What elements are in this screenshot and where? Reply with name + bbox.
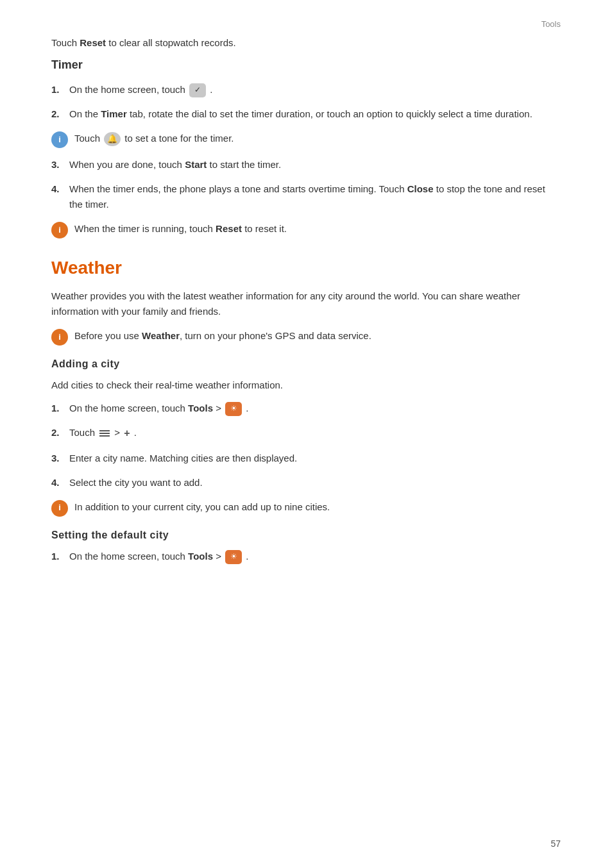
step-content-3: When you are done, touch Start to start …	[69, 157, 561, 172]
adding-city-step-content-4: Select the city you want to add.	[69, 475, 561, 490]
weather-app-icon-2: ☀	[225, 550, 242, 564]
timer-heading: Timer	[51, 58, 561, 72]
adding-city-step-content-2: Touch > + .	[69, 425, 561, 442]
menu-list-icon	[99, 429, 110, 438]
weather-heading: Weather	[51, 258, 561, 278]
adding-city-step-content-3: Enter a city name. Matching cities are t…	[69, 451, 561, 466]
adding-city-section: Adding a city Add cities to check their …	[51, 358, 561, 517]
adding-city-step-content-1: On the home screen, touch Tools > ☀ .	[69, 401, 561, 416]
timer-note-text-1: Touch 🔔 to set a tone for the timer.	[74, 131, 561, 146]
timer-note-text-2: When the timer is running, touch Reset t…	[74, 221, 561, 237]
timer-section: Timer 1. On the home screen, touch ✓ . 2…	[51, 58, 561, 238]
step-content-1: On the home screen, touch ✓ .	[69, 82, 561, 97]
info-icon-orange-2: i	[51, 329, 68, 346]
section-label: Tools	[541, 19, 561, 29]
adding-city-step-num-4: 4.	[51, 475, 69, 490]
adding-city-note: i In addition to your current city, you …	[51, 499, 561, 517]
setting-default-step-num-1: 1.	[51, 549, 69, 564]
weather-description: Weather provides you with the latest wea…	[51, 288, 561, 319]
adding-city-step-1: 1. On the home screen, touch Tools > ☀ .	[51, 401, 561, 416]
step-num-1: 1.	[51, 82, 69, 97]
step-num-4: 4.	[51, 181, 69, 197]
setting-default-step-content-1: On the home screen, touch Tools > ☀ .	[69, 549, 561, 564]
weather-section: Weather Weather provides you with the la…	[51, 258, 561, 564]
setting-default-section: Setting the default city 1. On the home …	[51, 530, 561, 564]
timer-step-4: 4. When the timer ends, the phone plays …	[51, 181, 561, 212]
timer-note-1: i Touch 🔔 to set a tone for the timer.	[51, 131, 561, 148]
setting-default-step-1: 1. On the home screen, touch Tools > ☀ .	[51, 549, 561, 564]
bell-icon: 🔔	[104, 132, 121, 146]
adding-city-note-text: In addition to your current city, you ca…	[74, 499, 561, 515]
timer-note-2: i When the timer is running, touch Reset…	[51, 221, 561, 238]
page-header: Tools	[51, 19, 561, 29]
adding-city-step-num-3: 3.	[51, 451, 69, 466]
step-num-2: 2.	[51, 106, 69, 122]
info-icon-blue-1: i	[51, 131, 68, 148]
page-number: 57	[550, 839, 561, 849]
weather-note-gps-text: Before you use Weather, turn on your pho…	[74, 328, 561, 344]
step-content-2: On the Timer tab, rotate the dial to set…	[69, 106, 561, 122]
adding-city-step-3: 3. Enter a city name. Matching cities ar…	[51, 451, 561, 466]
weather-app-icon-1: ☀	[225, 402, 242, 416]
timer-step-1: 1. On the home screen, touch ✓ .	[51, 82, 561, 97]
adding-city-step-4: 4. Select the city you want to add.	[51, 475, 561, 490]
setting-default-heading: Setting the default city	[51, 530, 561, 541]
clock-app-icon: ✓	[189, 83, 206, 97]
info-icon-orange-1: i	[51, 222, 68, 238]
timer-step-2: 2. On the Timer tab, rotate the dial to …	[51, 106, 561, 122]
adding-city-heading: Adding a city	[51, 358, 561, 370]
intro-line: Touch Reset to clear all stopwatch recor…	[51, 35, 561, 51]
adding-city-step-2: 2. Touch > + .	[51, 425, 561, 442]
plus-icon: +	[124, 425, 130, 442]
adding-city-step-num-2: 2.	[51, 425, 69, 440]
step-num-3: 3.	[51, 157, 69, 172]
adding-city-description: Add cities to check their real-time weat…	[51, 378, 561, 393]
timer-step-3: 3. When you are done, touch Start to sta…	[51, 157, 561, 172]
page-content: Tools Touch Reset to clear all stopwatch…	[0, 0, 612, 612]
step-content-4: When the timer ends, the phone plays a t…	[69, 181, 561, 212]
info-icon-orange-3: i	[51, 500, 68, 517]
weather-note-gps: i Before you use Weather, turn on your p…	[51, 328, 561, 346]
adding-city-step-num-1: 1.	[51, 401, 69, 416]
